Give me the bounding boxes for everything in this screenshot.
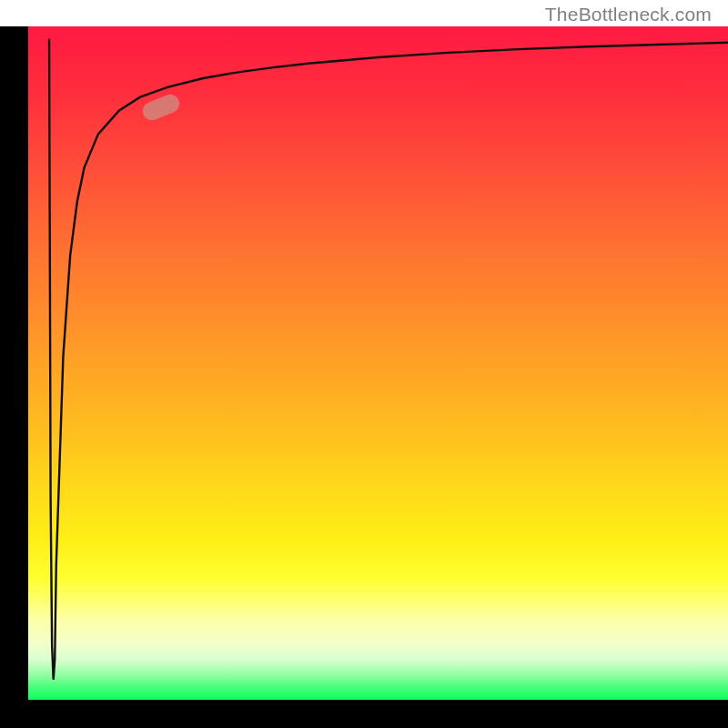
chart-root: TheBottleneck.com xyxy=(0,0,728,728)
watermark-text: TheBottleneck.com xyxy=(545,4,712,25)
left-axis-border xyxy=(0,26,28,700)
bottom-axis-border xyxy=(0,700,728,728)
gradient-background xyxy=(28,26,728,700)
plot-frame xyxy=(0,0,728,728)
